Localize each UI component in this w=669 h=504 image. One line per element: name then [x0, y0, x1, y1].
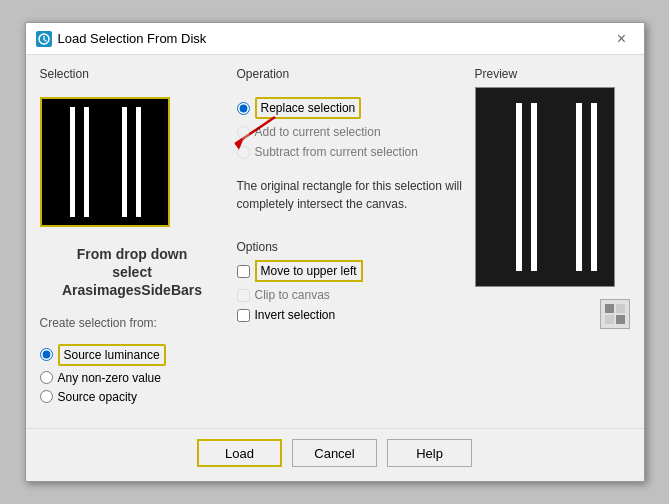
options-label: Options — [237, 240, 278, 254]
selection-preview-box — [40, 97, 170, 227]
col-operation: Operation Replace selection Add to curre… — [237, 67, 463, 416]
operation-radio-group: Replace selection Add to current selecti… — [237, 97, 463, 159]
preview-bar1 — [516, 103, 522, 271]
svg-rect-6 — [616, 315, 625, 324]
pattern-button[interactable] — [600, 299, 630, 329]
title-bar: Load Selection From Disk × — [26, 23, 644, 55]
options-group: Move to upper left Clip to canvas Invert… — [237, 260, 463, 322]
operation-label: Operation — [237, 67, 463, 81]
radio-add-label: Add to current selection — [255, 125, 381, 139]
radio-subtract[interactable]: Subtract from current selection — [237, 145, 463, 159]
radio-source-opacity-label: Source opacity — [58, 390, 137, 404]
preview-image-box — [475, 87, 615, 287]
col-preview: Preview — [475, 67, 630, 416]
bar2 — [84, 107, 89, 217]
close-button[interactable]: × — [610, 27, 634, 51]
svg-rect-4 — [616, 304, 625, 313]
dialog-title: Load Selection From Disk — [58, 31, 207, 46]
preview-label: Preview — [475, 67, 630, 81]
checkbox-move-upper-left-label: Move to upper left — [255, 260, 363, 282]
dialog-icon — [36, 31, 52, 47]
preview-bar3 — [576, 103, 582, 271]
radio-non-zero-label: Any non-zero value — [58, 371, 161, 385]
dialog: Load Selection From Disk × Selection — [25, 22, 645, 482]
preview-image-inner — [476, 88, 614, 286]
options-section: Options Move to upper left Clip to canva… — [237, 239, 463, 322]
checkbox-invert-label: Invert selection — [255, 308, 336, 322]
create-from-label: Create selection from: — [40, 316, 225, 330]
bar1 — [70, 107, 75, 217]
checkbox-clip-canvas[interactable]: Clip to canvas — [237, 288, 463, 302]
checkbox-clip-canvas-label: Clip to canvas — [255, 288, 330, 302]
cancel-button[interactable]: Cancel — [292, 439, 377, 467]
svg-rect-3 — [605, 304, 614, 313]
dialog-footer: Load Cancel Help — [26, 428, 644, 481]
preview-bar4 — [591, 103, 597, 271]
load-button[interactable]: Load — [197, 439, 282, 467]
radio-add[interactable]: Add to current selection — [237, 125, 463, 139]
pattern-icon — [605, 304, 625, 324]
checkbox-move-upper-left[interactable]: Move to upper left — [237, 260, 463, 282]
create-from-radio-group: Source luminance Any non-zero value Sour… — [40, 344, 225, 404]
bar4 — [136, 107, 141, 217]
radio-source-luminance-label: Source luminance — [58, 344, 166, 366]
radio-replace-label: Replace selection — [255, 97, 362, 119]
annotation-text: From drop down select ArasimagesSideBars — [40, 245, 225, 300]
svg-rect-5 — [605, 315, 614, 324]
selection-preview-inner — [42, 99, 168, 225]
preview-bar2 — [531, 103, 537, 271]
radio-source-opacity[interactable]: Source opacity — [40, 390, 225, 404]
bar3 — [122, 107, 127, 217]
dialog-body: Selection — [26, 55, 644, 428]
selection-label: Selection — [40, 67, 225, 81]
radio-source-luminance[interactable]: Source luminance — [40, 344, 225, 366]
radio-subtract-label: Subtract from current selection — [255, 145, 418, 159]
info-text: The original rectangle for this selectio… — [237, 177, 463, 213]
radio-non-zero[interactable]: Any non-zero value — [40, 371, 225, 385]
selection-preview-wrapper — [40, 97, 225, 231]
help-button[interactable]: Help — [387, 439, 472, 467]
col-selection: Selection — [40, 67, 225, 416]
checkbox-invert[interactable]: Invert selection — [237, 308, 463, 322]
radio-replace[interactable]: Replace selection — [237, 97, 463, 119]
title-bar-left: Load Selection From Disk — [36, 31, 207, 47]
